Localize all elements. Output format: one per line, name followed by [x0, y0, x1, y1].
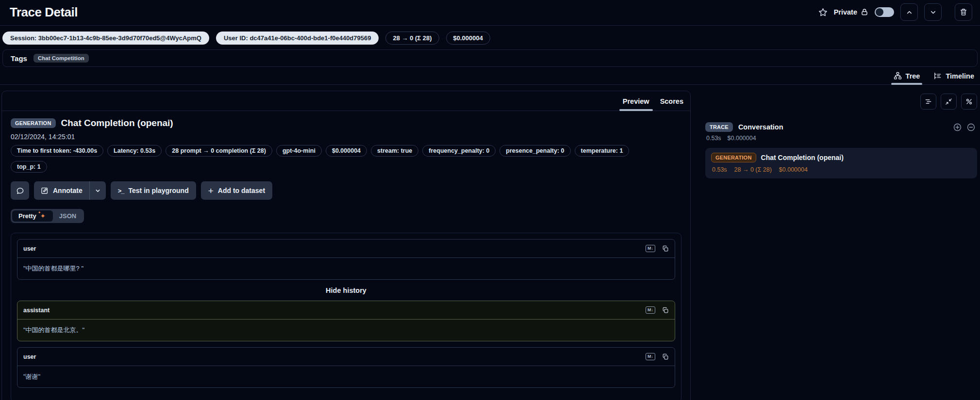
message-header: user M↓: [17, 240, 675, 258]
tags-label: Tags: [11, 54, 27, 63]
tab-tree[interactable]: Tree: [894, 72, 920, 84]
message-user-2: user M↓ "谢谢": [17, 347, 675, 388]
meta-badge: frequency_penalty: 0: [422, 145, 496, 157]
chevron-down-icon: [95, 188, 101, 194]
meta-badge: Latency: 0.53s: [107, 145, 162, 157]
chevron-up-icon: [906, 9, 913, 16]
lock-icon: [861, 8, 868, 16]
cost-badge: $0.000004: [446, 32, 490, 45]
message-header-icons: M↓: [646, 306, 669, 314]
meta-badge: stream: true: [371, 145, 418, 157]
observation-actions: Annotate >_ Test in playground: [11, 181, 681, 200]
tab-preview[interactable]: Preview: [623, 97, 649, 111]
privacy-control: Private: [834, 8, 868, 16]
meta-badge: Time to first token: -430.00s: [11, 145, 103, 157]
meta-badge: 28 prompt → 0 completion (Σ 28): [166, 145, 272, 157]
privacy-label: Private: [834, 8, 857, 16]
message-header-icons: M↓: [646, 245, 669, 252]
add-to-dataset-label: Add to dataset: [218, 187, 265, 194]
message-header-icons: M↓: [646, 353, 669, 360]
generation-type-badge: GENERATION: [711, 153, 756, 162]
user-id-badge[interactable]: User ID: dc47a41e-06bc-400d-bde1-f0e440d…: [216, 32, 379, 45]
bookmark-star-icon[interactable]: [818, 8, 828, 17]
chevron-down-icon: [930, 9, 937, 16]
tag-chip[interactable]: Chat Competition: [33, 54, 89, 63]
tab-timeline-label: Timeline: [946, 72, 974, 80]
copy-icon[interactable]: [662, 245, 669, 252]
io-messages-container: user M↓ "中国的首都是哪里? ": [11, 233, 681, 400]
markdown-toggle-icon[interactable]: M↓: [646, 353, 655, 360]
message-role: assistant: [23, 307, 50, 314]
plus-icon: +: [208, 186, 214, 195]
previous-trace-button[interactable]: [900, 3, 918, 21]
annotate-main[interactable]: Annotate: [34, 187, 89, 194]
trace-type-badge: TRACE: [705, 122, 733, 132]
comments-button[interactable]: [11, 181, 29, 200]
toggle-percentages-button[interactable]: [961, 94, 977, 110]
annotate-label: Annotate: [53, 187, 83, 194]
collapse-all-icon[interactable]: [967, 123, 975, 131]
message-content: "谢谢": [17, 366, 675, 387]
tab-timeline[interactable]: Timeline: [933, 72, 974, 84]
markdown-toggle-icon[interactable]: M↓: [646, 245, 655, 252]
meta-badge: presence_penalty: 0: [499, 145, 570, 157]
meta-badge: $0.000004: [326, 145, 367, 157]
generation-metrics: 0.53s 28 → 0 (Σ 28) $0.000004: [711, 166, 972, 173]
message-content: "中国的首都是北京。": [17, 320, 675, 341]
pretty-label: Pretty: [18, 212, 36, 220]
tree-generation-row[interactable]: GENERATION Chat Completion (openai) 0.53…: [705, 148, 977, 178]
meta-badge: gpt-4o-mini: [276, 145, 322, 157]
observation-metrics-row: Time to first token: -430.00s Latency: 0…: [11, 145, 681, 157]
token-usage-badge: 28 → 0 (Σ 28): [385, 32, 439, 45]
hide-history-button[interactable]: Hide history: [17, 280, 675, 301]
trace-badges-row: Session: 3bb00ec7-1b13-4c9b-85ee-3d9d70f…: [0, 26, 980, 49]
toggle-metrics-button[interactable]: [920, 94, 936, 110]
tab-tree-label: Tree: [906, 72, 920, 80]
generation-row-header: GENERATION Chat Completion (openai): [711, 153, 972, 162]
page-title: Trace Detail: [10, 5, 78, 20]
sparkles-icon: ✦ ✦: [39, 212, 47, 220]
message-header: assistant M↓: [17, 301, 675, 320]
expand-all-icon[interactable]: [953, 123, 962, 131]
tab-scores[interactable]: Scores: [660, 97, 683, 111]
tags-bar: Tags Chat Competition: [2, 49, 978, 67]
trace-tree-panel: TRACE Conversation 0.53s $0.000004: [691, 91, 980, 400]
copy-icon[interactable]: [662, 307, 669, 314]
edit-icon: [41, 187, 49, 194]
add-to-dataset-button[interactable]: + Add to dataset: [201, 181, 272, 200]
annotate-dropdown[interactable]: [90, 188, 106, 194]
test-in-playground-button[interactable]: >_ Test in playground: [111, 181, 196, 200]
header-actions: Private: [818, 3, 972, 21]
message-assistant: assistant M↓ "中国的首都是北京。": [17, 301, 675, 341]
trace-latency: 0.53s: [706, 135, 721, 142]
observation-header: GENERATION Chat Completion (openai): [11, 118, 681, 128]
trace-metrics: 0.53s $0.000004: [705, 135, 977, 142]
meta-badge: temperature: 1: [575, 145, 630, 157]
panel-tabs: Preview Scores: [2, 91, 690, 111]
panel-body: GENERATION Chat Completion (openai) 02/1…: [2, 111, 690, 400]
message-role: user: [23, 245, 36, 252]
message-content: "中国的首都是哪里? ": [17, 258, 675, 279]
trace-tree-root[interactable]: TRACE Conversation: [705, 122, 977, 132]
app-header: Trace Detail Private: [0, 0, 980, 25]
tree-toolbar: [705, 94, 977, 110]
copy-icon[interactable]: [662, 353, 669, 360]
format-pretty[interactable]: Pretty ✦ ✦: [12, 210, 53, 222]
markdown-toggle-icon[interactable]: M↓: [646, 306, 655, 314]
delete-trace-button[interactable]: [955, 3, 972, 21]
generation-title: Chat Completion (openai): [761, 154, 844, 161]
generation-cost: $0.000004: [779, 166, 808, 173]
terminal-icon: >_: [118, 187, 124, 194]
next-trace-button[interactable]: [924, 3, 942, 21]
session-badge[interactable]: Session: 3bb00ec7-1b13-4c9b-85ee-3d9d70f…: [2, 32, 209, 45]
annotate-button[interactable]: Annotate: [34, 181, 106, 200]
public-private-toggle[interactable]: [875, 7, 894, 17]
message-user-1: user M↓ "中国的首都是哪里? ": [17, 239, 675, 280]
observation-metrics-row2: top_p: 1: [11, 161, 681, 173]
comment-bubble-icon: [16, 187, 24, 195]
observation-timestamp: 02/12/2024, 14:25:01: [11, 133, 681, 141]
format-json[interactable]: JSON: [53, 210, 83, 222]
generation-tokens: 28 → 0 (Σ 28): [734, 166, 772, 173]
collapse-panel-button[interactable]: [941, 94, 957, 110]
trash-icon: [960, 8, 967, 16]
